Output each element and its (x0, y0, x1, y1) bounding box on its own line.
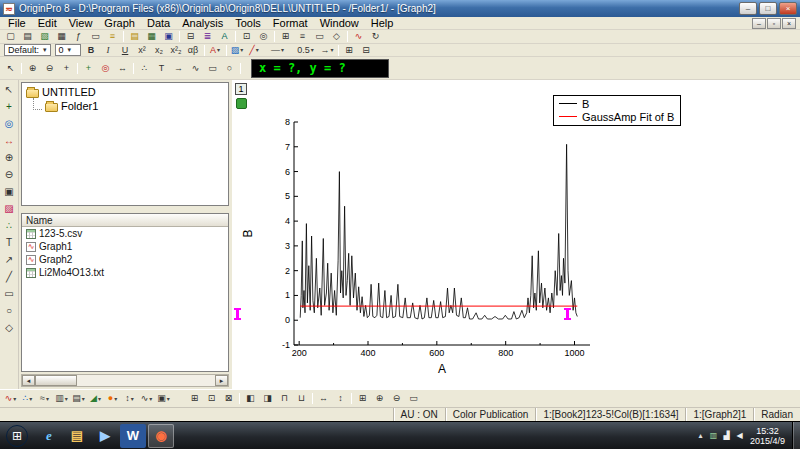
data-marker-right[interactable] (566, 308, 569, 320)
rescale-tool-icon[interactable]: ▣ (2, 184, 17, 199)
graph-window[interactable]: 2004006008001000-1012345678AB 1 B GaussA… (232, 80, 800, 389)
zoom-pan-tool-icon[interactable]: + (58, 60, 75, 76)
tray-volume-icon[interactable]: ◀ (733, 428, 746, 444)
arrow-tool-icon[interactable]: ↗ (2, 252, 17, 267)
whole-page-icon[interactable]: ▭ (405, 392, 422, 406)
taskbar-origin-icon[interactable]: ◉ (148, 424, 174, 448)
screen-reader-icon[interactable]: + (80, 60, 97, 76)
results-log-icon[interactable]: ≡ (294, 31, 311, 43)
digitizer-icon[interactable]: ⊡ (238, 31, 255, 43)
font-preset-combo[interactable]: Default: (4, 44, 51, 56)
scrollbar-thumb[interactable] (35, 375, 77, 386)
add-layer-icon[interactable]: ⊞ (186, 392, 203, 406)
superscript-button[interactable]: x² (134, 44, 151, 56)
minimize-button[interactable]: – (739, 2, 757, 15)
template-plot-icon[interactable]: ▣ (155, 392, 172, 406)
new-matrix-icon[interactable]: ▦ (53, 31, 70, 43)
file-list-scrollbar[interactable] (21, 374, 229, 387)
extract-layers-icon[interactable]: ⊠ (220, 392, 237, 406)
merge-graphs-icon[interactable]: ⊞ (354, 392, 371, 406)
menu-format[interactable]: Format (267, 17, 314, 29)
screen-reader-icon[interactable]: + (2, 99, 17, 114)
font-color-button[interactable]: A (207, 44, 224, 56)
command-window-icon[interactable]: ▭ (311, 31, 328, 43)
area-plot-icon[interactable]: ◢ (87, 392, 104, 406)
rectangle-tool-icon[interactable]: ▭ (2, 286, 17, 301)
text-tool-icon[interactable]: T (153, 60, 170, 76)
taskbar-clock[interactable]: 15:32 2015/4/9 (750, 426, 785, 446)
data-display-panel[interactable]: x = ?, y = ? (251, 59, 389, 78)
taskbar-word-icon[interactable]: W (120, 424, 146, 448)
child-close-button[interactable]: × (782, 18, 796, 29)
save-project-icon[interactable]: ▣ (160, 31, 177, 43)
child-restore-button[interactable]: ▫ (767, 18, 781, 29)
scroll-left-button[interactable] (22, 375, 35, 386)
greek-button[interactable]: αβ (185, 44, 202, 56)
line-symbol-plot-icon[interactable]: ≈ (36, 392, 53, 406)
distribute-horizontal-icon[interactable]: ↔ (315, 392, 332, 406)
menu-edit[interactable]: Edit (32, 17, 63, 29)
menu-data[interactable]: Data (141, 17, 176, 29)
new-graph-icon[interactable]: ▧ (36, 31, 53, 43)
menu-file[interactable]: File (2, 17, 32, 29)
import-wizard-icon[interactable]: ≣ (199, 31, 216, 43)
new-notes-icon[interactable]: ≡ (104, 31, 121, 43)
child-minimize-button[interactable]: – (752, 18, 766, 29)
data-marker-left[interactable] (236, 308, 239, 320)
layer-management-icon[interactable]: ⊡ (203, 392, 220, 406)
file-item[interactable]: 123-5.csv (22, 227, 228, 240)
special-line-plot-icon[interactable]: ∿ (138, 392, 155, 406)
file-item[interactable]: Li2Mo4O13.txt (22, 266, 228, 279)
tray-network-icon[interactable]: ▟ (720, 428, 733, 444)
menu-graph[interactable]: Graph (98, 17, 141, 29)
taskbar-ie-icon[interactable]: e (36, 424, 62, 448)
line-plot-icon[interactable]: ∿ (2, 392, 19, 406)
line-width-combo[interactable]: 0.5 (293, 44, 319, 56)
add-graph-icon[interactable]: ∿ (350, 31, 367, 43)
pointer-tool-icon[interactable]: ↖ (2, 82, 17, 97)
tree-item-folder1[interactable]: Folder1 (23, 99, 227, 113)
scroll-right-button[interactable] (215, 375, 228, 386)
plot-area[interactable]: 2004006008001000-1012345678AB (232, 80, 800, 389)
open-icon[interactable]: ▤ (126, 31, 143, 43)
align-top-icon[interactable]: ⊓ (276, 392, 293, 406)
arrow-line-icon[interactable]: → (170, 60, 187, 76)
menu-view[interactable]: View (63, 17, 99, 29)
fill-color-button[interactable]: ▨ (229, 44, 246, 56)
code-builder-icon[interactable]: ◇ (328, 31, 345, 43)
refresh-icon[interactable]: ↻ (367, 31, 384, 43)
line-style-combo[interactable]: — (263, 44, 293, 56)
double-y-plot-icon[interactable]: ↕ (121, 392, 138, 406)
import-ascii-icon[interactable]: A (216, 31, 233, 43)
file-item[interactable]: ∿Graph2 (22, 253, 228, 266)
text-tool-icon[interactable]: T (2, 235, 17, 250)
bar-plot-icon[interactable]: ▤ (70, 392, 87, 406)
italic-button[interactable]: I (100, 44, 117, 56)
print-icon[interactable]: ⊟ (182, 31, 199, 43)
mask-tool-icon[interactable]: ▨ (2, 201, 17, 216)
menu-tools[interactable]: Tools (229, 17, 267, 29)
graph-zoom-in-icon[interactable]: ⊕ (371, 392, 388, 406)
data-reader-icon[interactable]: ◎ (2, 116, 17, 131)
file-list-header[interactable]: Name (22, 214, 228, 227)
data-selector-icon[interactable]: ↔ (114, 60, 131, 76)
zoom-in-tool-icon[interactable]: ⊕ (2, 150, 17, 165)
arrow-style-button[interactable]: → (319, 44, 336, 56)
plot-legend[interactable]: B GaussAmp Fit of B (553, 95, 681, 126)
align-left-icon[interactable]: ◧ (242, 392, 259, 406)
line-tool-icon[interactable]: ╱ (2, 269, 17, 284)
draw-data-icon[interactable]: ∴ (136, 60, 153, 76)
circle-tool-icon[interactable]: ○ (221, 60, 238, 76)
menu-window[interactable]: Window (314, 17, 365, 29)
close-button[interactable]: × (779, 2, 797, 15)
maximize-button[interactable]: □ (759, 2, 777, 15)
graph-zoom-out-icon[interactable]: ⊖ (388, 392, 405, 406)
zoom-out-tool-icon[interactable]: ⊖ (2, 167, 17, 182)
underline-button[interactable]: U (117, 44, 134, 56)
taskbar-media-icon[interactable]: ▶ (92, 424, 118, 448)
zoom-in-tool-icon[interactable]: ⊕ (24, 60, 41, 76)
new-function-icon[interactable]: ƒ (70, 31, 87, 43)
bold-button[interactable]: B (83, 44, 100, 56)
supersubscript-button[interactable]: x²₂ (168, 44, 185, 56)
polygon-tool-icon[interactable]: ◇ (2, 320, 17, 335)
